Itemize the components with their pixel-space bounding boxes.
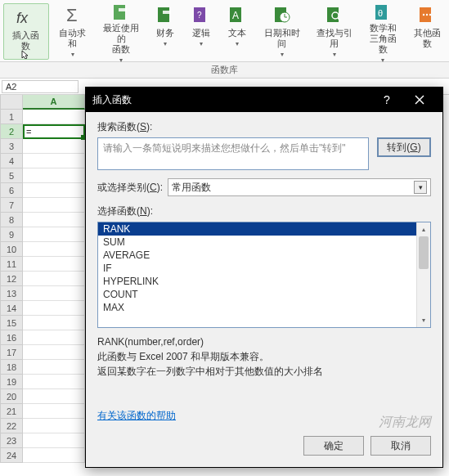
cancel-button[interactable]: 取消 xyxy=(370,436,431,456)
row-header[interactable]: 21 xyxy=(0,404,23,419)
cell[interactable] xyxy=(23,154,85,168)
sigma-icon: Σ xyxy=(60,3,86,26)
row-header[interactable]: 3 xyxy=(0,139,23,154)
scroll-down-icon[interactable]: ▾ xyxy=(417,313,430,327)
dialog-titlebar[interactable]: 插入函数 ? xyxy=(86,88,442,112)
cell[interactable] xyxy=(23,183,85,198)
cell[interactable] xyxy=(23,375,85,389)
row-header[interactable]: 6 xyxy=(0,183,23,198)
ribbon-more[interactable]: 其他函数 xyxy=(405,2,449,61)
insert-function-dialog: 插入函数 ? 搜索函数(S): 请输入一条简短说明来描述您想做什么，然后单击"转… xyxy=(85,87,443,468)
col-header-a[interactable]: A xyxy=(23,95,85,110)
cell[interactable] xyxy=(23,168,85,183)
ribbon-label: 最近使用的 函数 xyxy=(100,23,142,55)
cell[interactable] xyxy=(23,227,85,242)
ribbon-label: 数学和 三角函数 xyxy=(366,23,400,55)
cell[interactable] xyxy=(23,257,85,272)
chevron-down-icon: ▾ xyxy=(333,49,336,60)
ribbon-label: 其他函数 xyxy=(410,28,444,49)
close-button[interactable] xyxy=(403,88,436,112)
ribbon-logical[interactable]: ? 逻辑 ▾ xyxy=(183,2,219,61)
svg-text:Σ: Σ xyxy=(66,5,78,25)
list-item[interactable]: RANK xyxy=(98,222,416,236)
category-select[interactable]: 常用函数 ▾ xyxy=(168,178,431,196)
cell[interactable] xyxy=(23,404,85,419)
scroll-up-icon[interactable]: ▴ xyxy=(417,222,430,236)
datetime-icon xyxy=(269,3,295,26)
cell[interactable] xyxy=(23,242,85,257)
ribbon-insert-function[interactable]: fx 插入函数 xyxy=(3,3,49,60)
list-item[interactable]: MAX xyxy=(98,301,416,314)
cell[interactable] xyxy=(23,110,85,124)
ribbon-label: 文本 xyxy=(228,28,246,38)
cell[interactable] xyxy=(23,419,85,433)
cell[interactable] xyxy=(23,360,85,375)
cell[interactable] xyxy=(23,316,85,330)
row-header[interactable]: 4 xyxy=(0,154,23,168)
cell[interactable] xyxy=(23,433,85,448)
active-cell[interactable]: = xyxy=(23,124,85,139)
ribbon-autosum[interactable]: Σ 自动求和 ▾ xyxy=(51,2,95,61)
logical-icon: ? xyxy=(188,3,214,26)
help-button[interactable]: ? xyxy=(370,88,403,112)
cell[interactable] xyxy=(23,330,85,345)
col-headers-and-cells: A = xyxy=(23,95,85,463)
ribbon-text[interactable]: A 文本 ▾ xyxy=(219,2,255,61)
cell[interactable] xyxy=(23,272,85,286)
row-header[interactable]: 17 xyxy=(0,345,23,360)
row-header[interactable]: 19 xyxy=(0,375,23,389)
select-all-corner[interactable] xyxy=(0,95,23,110)
cell[interactable] xyxy=(23,198,85,213)
row-header[interactable]: 5 xyxy=(0,168,23,183)
cells-area[interactable]: = xyxy=(23,110,85,463)
name-box[interactable]: A2 xyxy=(2,80,79,93)
category-label: 或选择类别(C): xyxy=(97,181,163,195)
row-header[interactable]: 24 xyxy=(0,448,23,463)
row-header[interactable]: 20 xyxy=(0,389,23,404)
ribbon-math[interactable]: θ 数学和 三角函数 ▾ xyxy=(361,2,405,61)
row-header[interactable]: 8 xyxy=(0,213,23,227)
row-header[interactable]: 15 xyxy=(0,316,23,330)
row-header[interactable]: 12 xyxy=(0,272,23,286)
row-header[interactable]: 16 xyxy=(0,330,23,345)
help-link[interactable]: 有关该函数的帮助 xyxy=(97,409,431,423)
row-header[interactable]: 9 xyxy=(0,227,23,242)
go-button[interactable]: 转到(G) xyxy=(377,137,431,157)
scroll-thumb[interactable] xyxy=(419,236,429,269)
function-listbox[interactable]: RANKSUMAVERAGEIFHYPERLINKCOUNTMAX ▴ ▾ xyxy=(97,222,431,328)
cell[interactable] xyxy=(23,448,85,463)
scrollbar[interactable]: ▴ ▾ xyxy=(416,222,430,327)
row-header[interactable]: 1 xyxy=(0,110,23,124)
row-header[interactable]: 10 xyxy=(0,242,23,257)
chevron-down-icon: ▾ xyxy=(381,55,384,65)
desc-line: 返回某数字在一列数字中相对于其他数值的大小排名 xyxy=(97,364,431,379)
row-header[interactable]: 2 xyxy=(0,124,23,139)
row-header[interactable]: 23 xyxy=(0,433,23,448)
cell[interactable] xyxy=(23,286,85,301)
close-icon xyxy=(415,95,424,105)
cell[interactable] xyxy=(23,301,85,316)
list-item[interactable]: IF xyxy=(98,262,416,275)
ribbon-datetime[interactable]: 日期和时间 ▾ xyxy=(255,2,308,61)
ribbon-label: 查找与引用 xyxy=(313,28,356,49)
row-header[interactable]: 22 xyxy=(0,419,23,433)
function-description: RANK(number,ref,order) 此函数与 Excel 2007 和… xyxy=(97,335,431,379)
list-item[interactable]: COUNT xyxy=(98,288,416,301)
ribbon-lookup[interactable]: 查找与引用 ▾ xyxy=(308,2,361,61)
ribbon-recent[interactable]: 最近使用的 函数 ▾ xyxy=(95,2,147,61)
cell[interactable] xyxy=(23,213,85,227)
row-header[interactable]: 14 xyxy=(0,301,23,316)
row-header[interactable]: 13 xyxy=(0,286,23,301)
list-item[interactable]: HYPERLINK xyxy=(98,275,416,288)
ok-button[interactable]: 确定 xyxy=(303,436,364,456)
cell[interactable] xyxy=(23,345,85,360)
search-input[interactable]: 请输入一条简短说明来描述您想做什么，然后单击"转到" xyxy=(97,137,369,170)
row-header[interactable]: 11 xyxy=(0,257,23,272)
row-header[interactable]: 7 xyxy=(0,198,23,213)
list-item[interactable]: SUM xyxy=(98,236,416,249)
row-header[interactable]: 18 xyxy=(0,360,23,375)
cell[interactable] xyxy=(23,389,85,404)
list-item[interactable]: AVERAGE xyxy=(98,249,416,262)
ribbon-financial[interactable]: 财务 ▾ xyxy=(147,2,183,61)
cell[interactable] xyxy=(23,139,85,154)
